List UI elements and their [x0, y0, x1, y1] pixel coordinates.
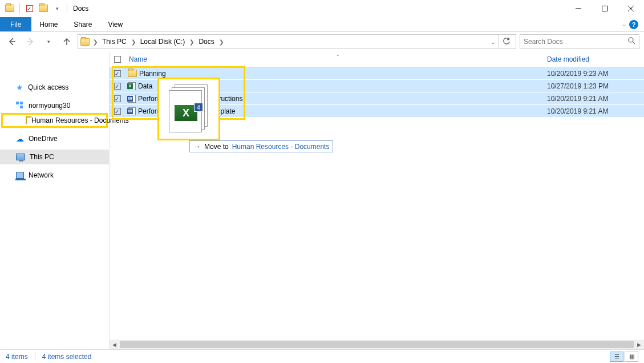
sidebar-item-normyoung30[interactable]: normyoung30 — [0, 98, 109, 113]
search-placeholder: Search Docs — [524, 38, 563, 46]
tooltip-target: Human Resources - Documents — [232, 143, 330, 151]
quick-access-toolbar: ▾ — [0, 2, 70, 15]
onedrive-icon: ☁ — [16, 134, 24, 143]
sidebar-item-onedrive[interactable]: ☁ OneDrive — [0, 131, 109, 146]
tab-home[interactable]: Home — [31, 17, 66, 31]
svg-line-8 — [633, 42, 635, 44]
tooltip-prefix: Move to — [204, 143, 229, 151]
back-button[interactable] — [5, 34, 19, 49]
scrollbar-thumb[interactable] — [120, 341, 634, 348]
address-folder-icon — [80, 38, 90, 46]
breadcrumb-docs[interactable]: Docs — [197, 38, 215, 46]
address-history-dropdown-icon[interactable]: ⌄ — [488, 39, 497, 45]
chevron-right-icon[interactable]: ❯ — [91, 39, 100, 45]
move-arrow-icon: → — [193, 142, 201, 151]
status-bar: 4 items 4 items selected ☰ ▦ — [0, 349, 644, 363]
select-all-checkbox[interactable] — [110, 56, 125, 63]
window-title: Docs — [73, 5, 88, 13]
qat-newfolder-icon[interactable] — [37, 2, 50, 15]
maximize-button[interactable] — [592, 0, 618, 17]
tab-share[interactable]: Share — [66, 17, 100, 31]
thispc-icon — [16, 154, 25, 160]
sidebar-item-hr-documents[interactable]: Human Resources - Documents — [1, 113, 108, 128]
folder-icon — [26, 117, 27, 124]
folder-icon — [128, 70, 137, 77]
row-checkbox[interactable] — [114, 95, 121, 102]
horizontal-scrollbar[interactable]: ◀ ▶ — [110, 340, 644, 349]
column-header-name[interactable]: Name ˄ — [125, 55, 547, 63]
file-name: Planning — [139, 70, 166, 78]
chevron-right-icon[interactable]: ❯ — [187, 39, 196, 45]
file-date: 10/20/2019 9:21 AM — [547, 107, 644, 115]
status-item-count: 4 items — [6, 353, 28, 361]
file-date: 10/20/2019 9:23 AM — [547, 70, 644, 78]
network-icon — [16, 172, 24, 179]
file-date: 10/27/2019 1:23 PM — [547, 82, 644, 90]
drag-ghost-preview: X 4 — [157, 78, 220, 140]
ribbon-expand-icon[interactable]: ⌵ — [622, 21, 626, 27]
chevron-right-icon[interactable]: ❯ — [129, 39, 138, 45]
search-icon[interactable] — [628, 37, 635, 46]
qat-properties-icon[interactable] — [23, 2, 36, 15]
window-controls — [565, 0, 644, 17]
forward-button[interactable] — [23, 34, 38, 49]
minimize-button[interactable] — [565, 0, 592, 17]
search-input[interactable]: Search Docs — [520, 34, 639, 49]
word-icon — [128, 107, 136, 115]
address-bar[interactable]: ❯ This PC ❯ Local Disk (C:) ❯ Docs ❯ ⌄ — [78, 34, 516, 49]
refresh-button[interactable] — [499, 34, 513, 49]
star-icon: ★ — [16, 83, 23, 92]
column-header-date[interactable]: Date modified — [547, 55, 644, 63]
row-checkbox[interactable] — [114, 108, 121, 115]
drop-tooltip: → Move to Human Resources - Documents — [189, 140, 333, 152]
file-list[interactable]: Planning10/20/2019 9:23 AMData10/27/2019… — [110, 67, 644, 340]
tab-file[interactable]: File — [0, 17, 31, 31]
content-pane: Name ˄ Date modified Planning10/20/2019 … — [110, 51, 644, 349]
drag-count-badge: 4 — [194, 103, 203, 112]
sort-ascending-icon: ˄ — [337, 54, 339, 60]
large-icons-view-button[interactable]: ▦ — [625, 352, 638, 362]
svg-point-7 — [629, 38, 633, 42]
breadcrumb-thispc[interactable]: This PC — [101, 38, 128, 46]
details-view-button[interactable]: ☰ — [610, 352, 623, 362]
tab-view[interactable]: View — [100, 17, 131, 31]
sidebar-item-thispc[interactable]: This PC — [0, 150, 109, 164]
sidebar-item-network[interactable]: Network — [0, 168, 109, 183]
main-area: ★ Quick access normyoung30 Human Resourc… — [0, 51, 644, 349]
row-checkbox[interactable] — [114, 83, 121, 90]
navigation-pane: ★ Quick access normyoung30 Human Resourc… — [0, 51, 110, 349]
file-name: Data — [138, 82, 152, 90]
row-checkbox[interactable] — [114, 70, 121, 77]
qat-dropdown-icon[interactable]: ▾ — [51, 2, 63, 15]
word-icon — [128, 95, 136, 103]
svg-rect-1 — [602, 6, 607, 11]
sidebar-item-quick-access[interactable]: ★ Quick access — [0, 80, 109, 95]
address-bar-row: ▾ ❯ This PC ❯ Local Disk (C:) ❯ Docs ❯ ⌄… — [0, 32, 644, 51]
up-button[interactable] — [59, 34, 74, 49]
qat-divider-2 — [67, 3, 67, 14]
file-date: 10/20/2019 9:21 AM — [547, 95, 644, 103]
ribbon-tabs: File Home Share View ⌵ ? — [0, 17, 644, 32]
status-selected-count: 4 items selected — [42, 353, 92, 361]
excel-icon — [128, 82, 136, 90]
scroll-right-icon[interactable]: ▶ — [634, 340, 644, 349]
close-button[interactable] — [618, 0, 644, 17]
status-divider — [35, 353, 35, 361]
chevron-right-icon[interactable]: ❯ — [217, 39, 226, 45]
sharepoint-icon — [16, 102, 24, 110]
scroll-left-icon[interactable]: ◀ — [110, 340, 119, 349]
qat-divider — [19, 3, 20, 14]
recent-dropdown-icon[interactable]: ▾ — [41, 34, 56, 49]
title-bar: ▾ Docs — [0, 0, 644, 17]
app-folder-icon — [3, 2, 16, 15]
breadcrumb-localdisk[interactable]: Local Disk (C:) — [139, 38, 187, 46]
column-headers: Name ˄ Date modified — [110, 51, 644, 67]
help-icon[interactable]: ? — [629, 20, 638, 29]
